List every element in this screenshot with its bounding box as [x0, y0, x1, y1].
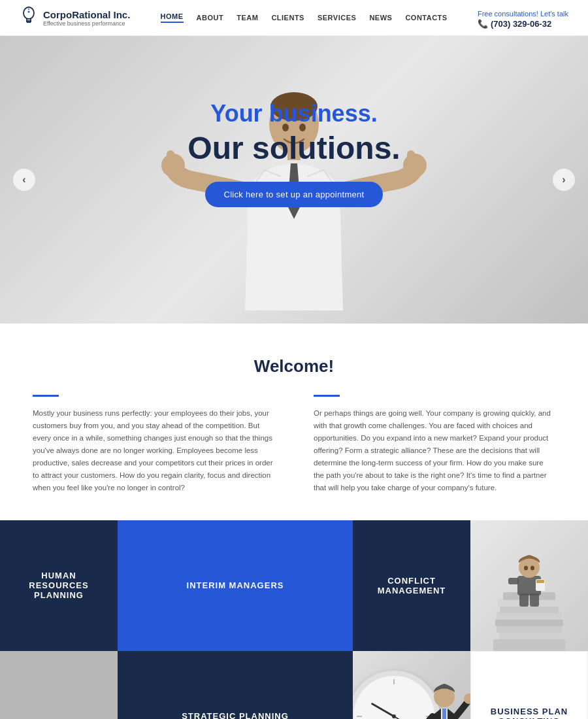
svg-rect-22	[497, 626, 562, 633]
welcome-text-right: Or perhaps things are going well. Your c…	[314, 407, 555, 494]
tile-business-plan-label: BUSINESS PLAN CONSULTING	[484, 707, 574, 719]
logo-name: CorpoRational Inc.	[43, 9, 130, 20]
tile-photo-bottom-left	[0, 651, 118, 719]
phone-text: (703) 329-06-32	[491, 19, 551, 29]
svg-rect-24	[493, 639, 565, 651]
hero-section: Your business. Our solutions. Click here…	[0, 36, 588, 324]
lets-talk-text: Let's talk	[540, 10, 568, 18]
nav-services[interactable]: SERVICES	[318, 14, 356, 22]
tile-interim-managers-label: INTERIM MANAGERS	[187, 580, 284, 590]
svg-rect-31	[508, 578, 519, 584]
phone-number: 📞 (703) 329-06-32	[478, 19, 568, 29]
tile-interim-managers[interactable]: INTERIM MANAGERS	[118, 520, 353, 651]
svg-point-33	[531, 565, 534, 570]
logo: CorpoRational Inc. Effective business pe…	[20, 7, 130, 29]
nav-about[interactable]: ABOUT	[197, 14, 224, 22]
services-grid: HUMAN RESOURCES PLANNING INTERIM MANAGER…	[0, 520, 588, 719]
svg-rect-23	[499, 633, 559, 639]
nav-team[interactable]: TEAM	[237, 14, 258, 22]
tile-photo-person	[470, 520, 588, 651]
welcome-section: Welcome! Mostly your business runs perfe…	[0, 324, 588, 520]
hero-arrow-right[interactable]: ›	[553, 169, 575, 191]
svg-point-5	[28, 11, 30, 13]
hero-line2: Our solutions.	[188, 130, 400, 166]
hero-arrow-left[interactable]: ‹	[13, 169, 35, 191]
nav-home[interactable]: HOME	[161, 12, 184, 23]
tile-conflict-management[interactable]: CONFLICT MANAGEMENT	[353, 520, 470, 651]
tile-conflict-management-label: CONFLICT MANAGEMENT	[366, 576, 457, 595]
tile-strategic-planning[interactable]: STRATEGIC PLANNING	[118, 651, 353, 719]
tile-human-resources[interactable]: HUMAN RESOURCES PLANNING	[0, 520, 118, 651]
tile-exit-planning[interactable]: EXIT PLANNING	[353, 651, 470, 719]
tile-business-plan[interactable]: BUSINESS PLAN CONSULTING	[470, 651, 588, 719]
main-nav: HOME ABOUT TEAM CLIENTS SERVICES NEWS CO…	[161, 12, 448, 23]
nav-clients[interactable]: CLIENTS	[271, 14, 304, 22]
nav-news[interactable]: NEWS	[369, 14, 392, 22]
welcome-columns: Mostly your business runs perfectly: you…	[33, 395, 555, 494]
site-header: CorpoRational Inc. Effective business pe…	[0, 0, 588, 36]
nav-contacts[interactable]: CONTACTS	[405, 14, 447, 22]
svg-rect-30	[536, 580, 544, 583]
welcome-col-right: Or perhaps things are going well. Your c…	[314, 395, 555, 494]
header-contact: Free consultations! Let's talk 📞 (703) 3…	[478, 7, 568, 29]
welcome-col-left: Mostly your business runs perfectly: you…	[33, 395, 274, 494]
hero-line1: Your business.	[188, 100, 400, 127]
tile-strategic-planning-label: STRATEGIC PLANNING	[182, 711, 289, 719]
svg-rect-12	[167, 150, 174, 165]
svg-rect-34	[0, 651, 118, 719]
logo-tagline: Effective business performance	[43, 20, 130, 27]
welcome-title: Welcome!	[33, 356, 555, 376]
phone-icon: 📞	[478, 19, 488, 29]
chevron-right-icon: ›	[562, 174, 565, 186]
svg-line-46	[418, 716, 433, 719]
consult-text: Free consultations!	[478, 10, 538, 18]
appointment-button[interactable]: Click here to set up an appointment	[205, 182, 382, 207]
chevron-left-icon: ‹	[22, 174, 25, 186]
consultation-link[interactable]: Free consultations! Let's talk	[478, 10, 568, 18]
svg-rect-27	[519, 594, 529, 607]
hero-content: Your business. Our solutions. Click here…	[188, 100, 400, 207]
svg-point-32	[524, 565, 528, 570]
tile-human-resources-label: HUMAN RESOURCES PLANNING	[13, 571, 105, 600]
logo-icon	[20, 7, 38, 29]
welcome-divider-right	[314, 395, 340, 397]
svg-rect-45	[442, 709, 446, 719]
welcome-divider-left	[33, 395, 59, 397]
svg-rect-21	[495, 620, 563, 626]
svg-rect-28	[530, 594, 539, 607]
welcome-text-left: Mostly your business runs perfectly: you…	[33, 407, 274, 494]
svg-rect-14	[407, 150, 415, 165]
